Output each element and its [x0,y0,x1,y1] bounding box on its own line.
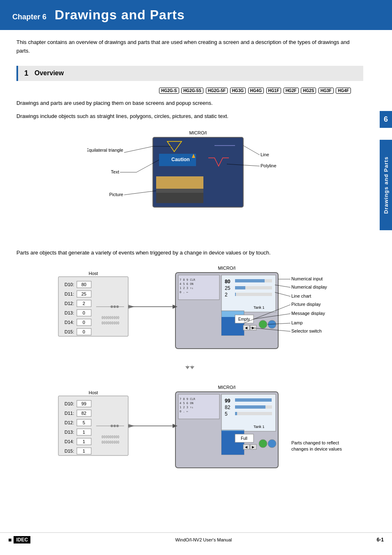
svg-text:4  5  6  ON: 4 5 6 ON [180,402,194,405]
device-tags: HG2G-S HG2G-5S HG2G-5F HG3G HG4G HG1F HG… [16,87,351,94]
svg-text:MICRO/I: MICRO/I [189,130,207,135]
device-tag-hg2gs: HG2G-S [159,88,179,94]
svg-point-123 [116,425,119,427]
svg-text:25: 25 [81,291,86,296]
svg-text:82: 82 [225,405,231,410]
svg-text:0  .  ←: 0 . ← [180,410,188,413]
svg-point-152 [259,439,267,448]
svg-text:▶: ▶ [252,445,255,449]
svg-rect-139 [235,405,265,409]
svg-point-122 [113,425,116,427]
parts-diagram-after: MICRO/I Host D10: 99 D11: 82 D12: 5 [30,383,350,477]
svg-rect-4 [156,176,203,189]
svg-text:Polyline: Polyline [261,163,277,168]
svg-text:Tank 1: Tank 1 [254,425,265,429]
svg-point-153 [268,439,276,448]
svg-text:◀: ◀ [245,326,248,330]
svg-text:Line: Line [261,152,269,157]
footer-manual: WindO/I-NV2 User's Manual [175,537,232,542]
svg-text:1: 1 [83,430,85,435]
svg-text:D11:: D11: [65,411,74,416]
section-heading-1: 1 Overview [16,66,363,81]
drawings-text2: Drawings include objects such as straigh… [16,112,363,121]
svg-text:Caution: Caution [171,157,190,162]
svg-text:Numerical input: Numerical input [291,276,323,281]
idec-logo: ■ IDEC [8,536,30,543]
svg-text:D15:: D15: [65,329,74,334]
svg-rect-61 [235,279,265,282]
svg-rect-5 [156,189,203,193]
svg-text:Picture: Picture [109,192,123,197]
svg-text:changes in device values: changes in device values [291,446,342,451]
svg-text:Selector switch: Selector switch [291,328,322,333]
device-tag-hg2f: HG2F [284,88,299,94]
parts-text: Parts are objects that generate a variet… [16,248,363,257]
svg-text:D11:: D11: [65,291,74,296]
device-tag-hg2s: HG2S [301,88,316,94]
idec-text: IDEC [14,536,30,543]
section-title-1: Overview [35,69,64,77]
arrow-down-1 [16,360,363,377]
svg-text:D10:: D10: [65,401,74,406]
chapter-label: Chapter 6 [12,13,46,21]
svg-text:80: 80 [81,282,86,287]
svg-text:Text: Text [111,169,119,174]
svg-text:000000000: 000000000 [101,316,120,320]
chapter-header: Chapter 6 Drawings and Parts [0,0,392,30]
drawings-svg: MICRO/I Caution [87,127,293,242]
svg-rect-136 [235,398,272,402]
intro-text: This chapter contains an overview of dra… [16,38,363,56]
svg-text:MICRO/I: MICRO/I [218,266,236,271]
section-number-1: 1 [24,69,28,78]
device-tag-hg4f: HG4F [336,88,351,94]
arrow-svg-1 [182,360,198,377]
svg-text:Line chart: Line chart [291,294,311,298]
svg-text:D14:: D14: [65,320,74,325]
svg-text:Equilateral triangle: Equilateral triangle [87,148,123,153]
svg-text:5: 5 [83,420,85,425]
svg-text:000000000: 000000000 [101,435,120,439]
svg-line-13 [124,146,153,153]
device-tag-hg2g5s: HG2G-5S [181,88,203,94]
svg-text:7  8  9  CLR: 7 8 9 CLR [180,398,196,401]
svg-text:4  5  6  ON: 4 5 6 ON [180,282,194,286]
svg-text:2: 2 [83,301,85,306]
svg-text:99: 99 [225,398,231,404]
svg-text:Full: Full [241,436,247,441]
svg-text:000000000: 000000000 [101,321,120,325]
svg-text:Picture display: Picture display [291,302,321,307]
svg-text:D13:: D13: [65,430,74,435]
svg-text:0: 0 [83,320,85,325]
side-tab-number: 6 [380,111,392,128]
svg-text:1: 1 [83,439,85,444]
svg-text:D13:: D13: [65,310,74,315]
drawings-text1: Drawings and parts are used by placing t… [16,99,363,108]
svg-rect-67 [235,293,236,296]
parts-diagram-before: MICRO/I Host D10: 80 D11: 25 D12: 2 [30,264,350,354]
side-tab-text: Drawings and Parts [380,140,392,230]
device-tag-hg4g: HG4G [248,88,264,94]
svg-text:82: 82 [81,411,86,416]
device-tag-hg1f: HG1F [266,88,281,94]
svg-text:D12:: D12: [65,420,74,425]
svg-text:Host: Host [89,390,98,395]
svg-point-121 [111,425,113,427]
svg-text:Lamp: Lamp [291,320,303,325]
svg-text:2: 2 [225,292,228,298]
device-tag-hg2g5f: HG2G-5F [206,88,228,94]
svg-line-20 [243,146,260,155]
svg-text:000000000: 000000000 [101,441,120,444]
svg-text:0: 0 [83,329,85,334]
svg-text:◀: ◀ [245,445,248,449]
svg-text:Tank 1: Tank 1 [254,305,265,310]
svg-text:Host: Host [89,271,98,276]
main-content: This chapter contains an overview of dra… [0,38,380,500]
svg-text:D12:: D12: [65,301,74,306]
device-tag-hg3f: HG3F [318,88,334,94]
page-number: 6-1 [377,537,384,543]
svg-rect-64 [235,286,245,289]
svg-text:MICRO/I: MICRO/I [218,385,236,390]
svg-text:99: 99 [81,401,86,406]
chapter-title: Drawings and Parts [55,7,185,23]
svg-text:0: 0 [83,310,85,315]
